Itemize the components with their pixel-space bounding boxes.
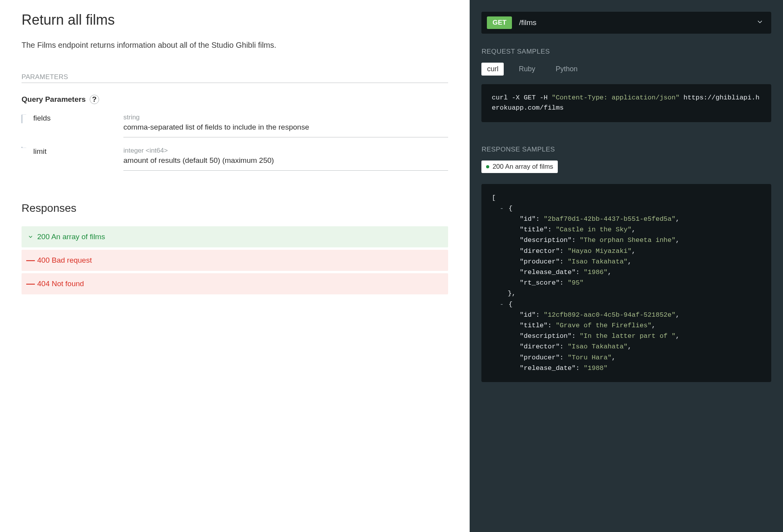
parameters-section-label: PARAMETERS	[22, 73, 448, 83]
parameter-row: limitinteger <int64>amount of results (d…	[22, 147, 448, 171]
endpoint-selector[interactable]: GET /films	[481, 12, 771, 34]
response-row-label: 200 An array of films	[37, 233, 105, 241]
http-method-badge: GET	[487, 16, 512, 29]
parameters-table: fieldsstringcomma-separated list of fiel…	[22, 114, 448, 171]
parameter-type: integer <int64>	[123, 147, 448, 155]
parameter-type: string	[123, 114, 448, 121]
tab-curl[interactable]: curl	[481, 63, 504, 76]
query-parameters-text: Query Parameters	[22, 95, 86, 104]
parameter-name: fields	[28, 114, 51, 123]
response-status-chip[interactable]: 200 An array of films	[481, 161, 558, 173]
response-sample-json: [ - { "id": "2baf70d1-42bb-4437-b551-e5f…	[481, 184, 771, 382]
parameter-name: limit	[28, 147, 47, 157]
status-dot-icon	[486, 165, 489, 168]
request-samples-label: REQUEST SAMPLES	[481, 48, 771, 56]
responses-list: 200 An array of films—400 Bad request—40…	[22, 226, 448, 294]
request-sample-tabs: curlRubyPython	[481, 63, 771, 76]
parameter-name-cell: limit	[22, 147, 123, 157]
response-row-400[interactable]: —400 Bad request	[22, 250, 448, 271]
parameter-description: comma-separated list of fields to includ…	[123, 123, 448, 132]
response-row-label: 404 Not found	[37, 280, 84, 288]
response-row-label: 400 Bad request	[37, 256, 92, 265]
parameter-description: amount of results (default 50) (maximum …	[123, 156, 448, 165]
response-row-200[interactable]: 200 An array of films	[22, 226, 448, 247]
parameter-body: integer <int64>amount of results (defaul…	[123, 147, 448, 171]
doc-left-panel: Return all films The Films endpoint retu…	[0, 0, 470, 532]
tab-python[interactable]: Python	[550, 63, 583, 76]
tree-connector-icon	[22, 114, 28, 123]
response-row-404[interactable]: —404 Not found	[22, 273, 448, 294]
parameter-name-cell: fields	[22, 114, 123, 123]
tab-ruby[interactable]: Ruby	[513, 63, 541, 76]
chevron-down-icon	[756, 18, 763, 27]
response-chip-text: 200 An array of films	[492, 163, 553, 171]
responses-heading: Responses	[22, 202, 448, 215]
endpoint-path: /films	[519, 18, 756, 27]
request-sample-code: curl -X GET -H "Content-Type: applicatio…	[481, 84, 771, 122]
page-title: Return all films	[22, 12, 448, 28]
parameter-row: fieldsstringcomma-separated list of fiel…	[22, 114, 448, 137]
query-parameters-heading: Query Parameters ?	[22, 95, 448, 104]
help-icon[interactable]: ?	[90, 95, 99, 104]
page-description: The Films endpoint returns information a…	[22, 41, 448, 50]
samples-right-panel: GET /films REQUEST SAMPLES curlRubyPytho…	[470, 0, 783, 532]
response-samples-label: RESPONSE SAMPLES	[481, 146, 771, 153]
chevron-down-icon	[28, 234, 33, 240]
tree-connector-icon	[22, 147, 28, 157]
parameter-body: stringcomma-separated list of fields to …	[123, 114, 448, 137]
